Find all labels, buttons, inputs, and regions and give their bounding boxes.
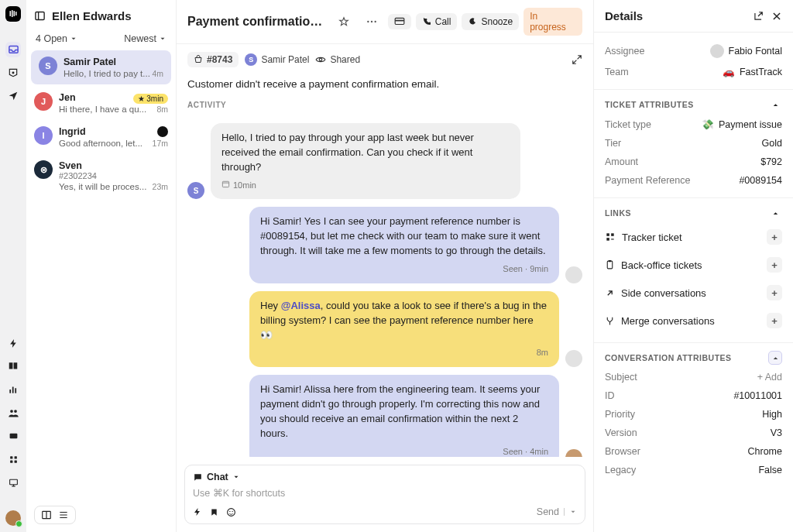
svg-rect-34 [609,260,611,262]
details-panel: Details Assignee Fabio Fontal Team 🚗Fast… [593,0,793,532]
link-backoffice[interactable]: Back-office tickets+ [605,251,782,279]
assignee-value[interactable]: Fabio Fontal [710,44,782,58]
bolt-icon[interactable] [5,335,21,351]
mentions-icon[interactable] [5,65,21,81]
svg-rect-11 [9,433,17,438]
svg-rect-2 [14,11,15,16]
svg-rect-23 [395,20,404,22]
chevron-up-icon[interactable] [768,98,782,112]
expand-icon[interactable] [572,54,582,65]
queue-title: Ellen Edwards [52,9,132,22]
legacy-value[interactable]: False [758,465,782,475]
svg-rect-12 [10,456,12,458]
add-button[interactable]: + [767,257,782,273]
profile-avatar[interactable] [5,510,21,526]
close-icon[interactable] [771,11,782,22]
message-thread: S Hello, I tried to pay through your app… [177,109,593,457]
version-label: Version [605,427,637,438]
id-value[interactable]: #10011001 [733,390,782,401]
open-filter[interactable]: 4 Open [36,33,77,44]
avatar: J [34,92,53,111]
svg-rect-8 [15,388,16,393]
svg-rect-17 [36,12,44,20]
svg-rect-15 [14,460,16,462]
link-tracker[interactable]: Tracker ticket+ [605,223,782,251]
add-button[interactable]: + [767,313,782,328]
subject-label: Subject [605,372,637,383]
arrow-icon [605,288,615,298]
app-logo[interactable] [5,6,21,22]
chat-mode-icon[interactable] [193,472,203,482]
assignee-chip[interactable]: S Samir Patel [245,53,309,66]
conversation-item[interactable]: J Jen Hi there, I have a qu... ★ 3min 8m [26,86,176,120]
send-icon[interactable] [5,88,21,104]
svg-point-21 [374,21,376,22]
message-icon[interactable] [5,428,21,444]
browser-value[interactable]: Chrome [748,446,782,457]
chat-mode-label[interactable]: Chat [207,472,228,482]
more-icon[interactable] [360,17,383,26]
conversation-item[interactable]: S Samir Patel Hello, I tried to pay t...… [31,50,171,84]
apps-icon[interactable] [5,451,21,467]
chevron-up-icon[interactable] [768,351,782,365]
tier-value[interactable]: Gold [762,138,782,149]
avatar [565,449,582,457]
star-icon[interactable] [332,13,355,30]
links-title: LINKS [605,208,631,218]
people-icon[interactable] [5,405,21,420]
chevron-up-icon[interactable] [768,206,782,220]
svg-rect-13 [14,456,16,458]
subject-value[interactable]: + Add [757,372,782,383]
conv-name: Samir Patel [64,57,163,67]
svg-point-19 [367,21,369,22]
popout-icon[interactable] [753,11,764,22]
card-icon[interactable] [388,14,411,29]
bolt-icon[interactable] [193,507,202,517]
priority-label: Priority [605,409,635,420]
avatar: I [34,126,53,145]
type-value[interactable]: 💸Payment issue [702,118,782,130]
amount-value[interactable]: $792 [760,156,782,167]
merge-icon [605,316,615,326]
composer-input[interactable]: Use ⌘K for shortcuts [193,482,577,506]
link-merge[interactable]: Merge conversations+ [605,307,782,335]
conv-time: 23m [153,182,168,191]
book-icon[interactable] [5,359,21,374]
conv-preview: Hello, I tried to pay t... [64,69,163,78]
add-button[interactable]: + [767,285,782,300]
send-button[interactable]: Send [537,506,577,517]
sort-filter[interactable]: Newest [124,33,166,44]
snooze-button[interactable]: Snooze [462,13,519,30]
svg-rect-33 [607,261,613,269]
wait-badge: ★ 3min [133,92,168,104]
desktop-icon[interactable] [5,475,21,490]
svg-point-10 [14,410,17,413]
clipboard-icon [605,259,615,270]
sidebar-toggle-icon[interactable] [34,10,46,22]
conversation-item[interactable]: ⊜ Sven #2302234 Yes, it will be proces..… [26,154,176,197]
inbox-icon[interactable] [5,42,21,57]
ticket-id-chip[interactable]: #8743 [187,52,239,67]
svg-point-20 [371,21,372,22]
shared-indicator[interactable]: Shared [315,54,360,65]
add-button[interactable]: + [767,229,782,245]
ref-value[interactable]: #0089154 [739,175,782,186]
call-button[interactable]: Call [416,13,458,30]
conversation-item[interactable]: I Ingrid Good afternoon, let... 17m [26,120,176,154]
team-value[interactable]: 🚗FastTrack [723,66,782,77]
payment-icon: 💸 [702,118,714,130]
message-reply: Hi Samir! Yes I can see your payment ref… [249,207,559,283]
status-pill[interactable]: In progress [524,8,582,36]
layout-columns-icon[interactable] [41,510,52,520]
svg-rect-14 [10,460,12,462]
chart-icon[interactable] [5,382,21,397]
conv-attr-title: CONVERSATION ATTRIBUTES [605,353,732,362]
ref-label: Payment Reference [605,175,690,186]
layout-list-icon[interactable] [58,510,69,520]
avatar [565,266,582,283]
version-value[interactable]: V3 [771,427,782,438]
priority-value[interactable]: High [762,409,782,420]
emoji-icon[interactable] [226,507,236,517]
bookmark-icon[interactable] [210,507,218,517]
link-side[interactable]: Side conversations+ [605,279,782,307]
